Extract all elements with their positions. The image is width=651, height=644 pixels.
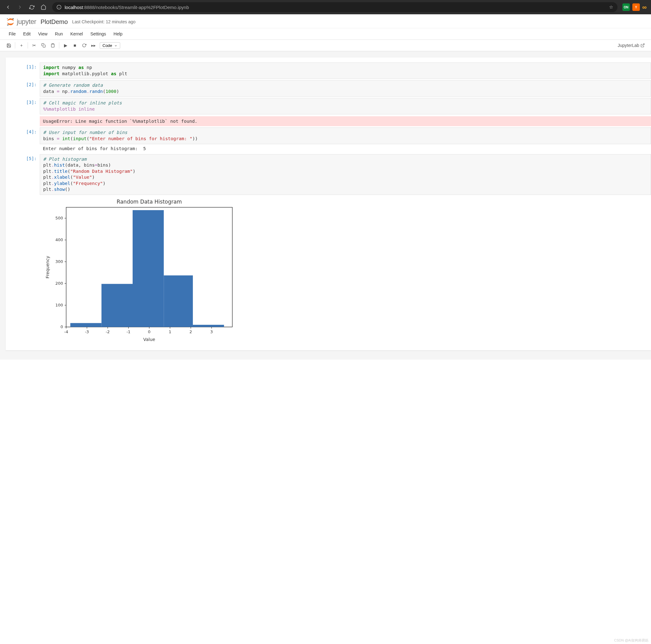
forward-button[interactable] bbox=[14, 2, 26, 13]
jupyterlab-link[interactable]: JupyterLab bbox=[618, 43, 647, 48]
reload-button[interactable] bbox=[26, 2, 37, 13]
svg-rect-12 bbox=[101, 284, 133, 327]
jupyter-header: jupyter PlotDemo Last Checkpoint: 12 min… bbox=[0, 14, 651, 28]
cut-button[interactable]: ✂ bbox=[30, 41, 38, 50]
menu-help[interactable]: Help bbox=[110, 30, 126, 38]
jupyterlab-label: JupyterLab bbox=[618, 43, 639, 48]
svg-rect-7 bbox=[52, 43, 54, 44]
menu-run[interactable]: Run bbox=[51, 30, 67, 38]
svg-point-4 bbox=[7, 24, 9, 26]
code-input[interactable]: # Cell magic for inline plots %%matplotl… bbox=[40, 98, 651, 114]
cell-4[interactable]: [4]: # User input for number of bins bin… bbox=[6, 127, 651, 153]
svg-text:-1: -1 bbox=[126, 329, 130, 334]
svg-text:0: 0 bbox=[61, 324, 63, 329]
menu-view[interactable]: View bbox=[34, 30, 51, 38]
menu-edit[interactable]: Edit bbox=[20, 30, 34, 38]
svg-text:Value: Value bbox=[143, 337, 155, 342]
notebook-area: [1]: import numpy as np import matplotli… bbox=[0, 51, 651, 360]
menu-bar: File Edit View Run Kernel Settings Help bbox=[0, 28, 651, 40]
svg-text:3: 3 bbox=[210, 329, 213, 334]
jupyter-icon bbox=[6, 18, 15, 26]
home-button[interactable] bbox=[38, 2, 49, 13]
cell-prompt: [1]: bbox=[6, 62, 40, 79]
notebook-content: [1]: import numpy as np import matplotli… bbox=[6, 58, 651, 350]
browser-toolbar: localhost:8888/notebooks/Streamlit-app%2… bbox=[0, 0, 651, 14]
svg-point-5 bbox=[7, 18, 8, 19]
code-input[interactable]: import numpy as np import matplotlib.pyp… bbox=[40, 62, 651, 79]
svg-text:-3: -3 bbox=[85, 329, 89, 334]
cell-prompt: [5]: bbox=[6, 154, 40, 345]
cell-1[interactable]: [1]: import numpy as np import matplotli… bbox=[6, 62, 651, 80]
url-text: localhost:8888/notebooks/Streamlit-app%2… bbox=[65, 5, 189, 10]
cell-3[interactable]: [3]: # Cell magic for inline plots %%mat… bbox=[6, 97, 651, 127]
external-link-icon bbox=[641, 43, 645, 48]
svg-rect-11 bbox=[70, 323, 101, 327]
restart-button[interactable] bbox=[80, 41, 89, 50]
menu-kernel[interactable]: Kernel bbox=[66, 30, 86, 38]
menu-settings[interactable]: Settings bbox=[87, 30, 110, 38]
svg-text:100: 100 bbox=[55, 303, 63, 308]
back-button[interactable] bbox=[2, 2, 14, 13]
notebook-title[interactable]: PlotDemo bbox=[41, 18, 68, 26]
url-bar[interactable]: localhost:8888/notebooks/Streamlit-app%2… bbox=[52, 2, 617, 12]
extension-on-icon[interactable]: ON bbox=[622, 3, 630, 11]
svg-text:Frequency: Frequency bbox=[45, 256, 50, 278]
cell-5[interactable]: [5]: # Plot histogram plt.hist(data, bin… bbox=[6, 153, 651, 346]
bookmark-icon[interactable]: ☆ bbox=[609, 4, 613, 10]
cell-2[interactable]: [2]: # Generate random data data = np.ra… bbox=[6, 80, 651, 97]
svg-rect-15 bbox=[193, 325, 224, 327]
menu-file[interactable]: File bbox=[5, 30, 20, 38]
extension-y-icon[interactable]: Y bbox=[632, 3, 640, 11]
svg-text:300: 300 bbox=[55, 259, 63, 264]
add-cell-button[interactable]: + bbox=[17, 41, 26, 50]
info-icon bbox=[57, 5, 62, 10]
error-output: UsageError: Line magic function `%%matpl… bbox=[40, 116, 651, 126]
cell-prompt: [2]: bbox=[6, 80, 40, 97]
jupyter-brand: jupyter bbox=[17, 18, 36, 26]
svg-text:-2: -2 bbox=[105, 329, 110, 334]
code-input[interactable]: # User input for number of bins bins = i… bbox=[40, 127, 651, 144]
run-button[interactable]: ▶ bbox=[61, 41, 70, 50]
stdout-output: Enter number of bins for histogram: 5 bbox=[40, 144, 651, 153]
svg-rect-14 bbox=[164, 275, 193, 327]
jupyter-logo[interactable]: jupyter bbox=[6, 18, 36, 26]
svg-text:-4: -4 bbox=[64, 329, 68, 334]
svg-text:2: 2 bbox=[189, 329, 192, 334]
svg-text:1: 1 bbox=[169, 329, 171, 334]
toolbar: + ✂ ▶ ■ ▸▸ Code JupyterLab bbox=[0, 40, 651, 51]
svg-rect-13 bbox=[133, 210, 164, 327]
cell-prompt: [3]: bbox=[6, 98, 40, 126]
stop-button[interactable]: ■ bbox=[70, 41, 79, 50]
restart-run-all-button[interactable]: ▸▸ bbox=[89, 41, 98, 50]
svg-rect-6 bbox=[43, 45, 45, 47]
chart-output: Random Data Histogram-4-3-2-101230100200… bbox=[40, 195, 651, 345]
svg-text:400: 400 bbox=[55, 237, 63, 242]
svg-text:Random Data Histogram: Random Data Histogram bbox=[117, 199, 182, 205]
histogram-chart: Random Data Histogram-4-3-2-101230100200… bbox=[43, 198, 236, 344]
save-button[interactable] bbox=[4, 41, 13, 50]
svg-line-8 bbox=[642, 44, 644, 46]
celltype-select[interactable]: Code bbox=[100, 42, 120, 49]
paste-button[interactable] bbox=[49, 41, 57, 50]
checkpoint-text: Last Checkpoint: 12 minutes ago bbox=[72, 19, 135, 24]
svg-text:200: 200 bbox=[55, 281, 63, 286]
cell-prompt: [4]: bbox=[6, 127, 40, 153]
copy-button[interactable] bbox=[39, 41, 48, 50]
code-input[interactable]: # Generate random data data = np.random.… bbox=[40, 80, 651, 97]
code-input[interactable]: # Plot histogram plt.hist(data, bins=bin… bbox=[40, 154, 651, 195]
svg-text:500: 500 bbox=[55, 216, 63, 221]
browser-extensions: ON Y ∞ bbox=[621, 3, 649, 11]
extension-infinity-icon[interactable]: ∞ bbox=[642, 4, 647, 11]
svg-text:0: 0 bbox=[148, 329, 150, 334]
